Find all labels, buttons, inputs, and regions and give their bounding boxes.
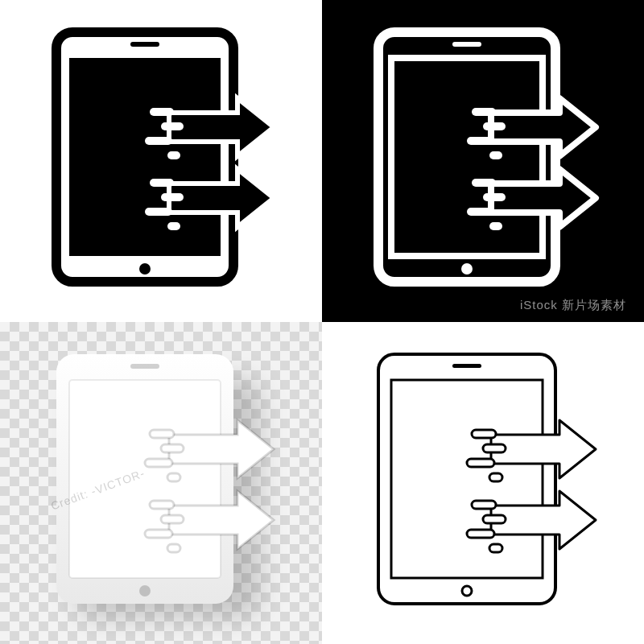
svg-rect-14 <box>452 42 481 47</box>
svg-rect-12 <box>378 32 555 282</box>
svg-rect-23 <box>489 222 502 230</box>
svg-rect-19 <box>489 151 502 159</box>
svg-point-27 <box>139 585 151 597</box>
svg-rect-36 <box>378 354 555 604</box>
svg-rect-41 <box>483 444 506 452</box>
svg-rect-34 <box>145 530 172 538</box>
svg-rect-28 <box>150 430 174 438</box>
svg-rect-29 <box>161 444 184 452</box>
tablet-data-transfer-icon <box>40 24 282 298</box>
svg-rect-4 <box>150 108 174 116</box>
svg-rect-44 <box>472 501 496 509</box>
svg-rect-35 <box>167 544 180 552</box>
svg-rect-30 <box>145 459 172 467</box>
svg-rect-40 <box>472 430 496 438</box>
tablet-data-transfer-icon <box>362 24 604 298</box>
svg-rect-6 <box>145 137 172 145</box>
svg-rect-16 <box>472 108 496 116</box>
svg-rect-25 <box>69 380 221 578</box>
svg-rect-38 <box>452 364 481 368</box>
svg-rect-20 <box>472 179 496 187</box>
svg-rect-8 <box>150 179 174 187</box>
svg-rect-11 <box>167 222 180 230</box>
tablet-data-transfer-icon <box>40 346 282 620</box>
svg-rect-7 <box>167 151 180 159</box>
svg-rect-5 <box>161 122 184 130</box>
svg-point-3 <box>139 263 151 275</box>
variant-outline-on-black: iStock 新片场素材 <box>322 0 644 322</box>
icon-variant-grid: iStock 新片场素材 <box>0 0 644 644</box>
svg-rect-47 <box>489 544 502 552</box>
tablet-data-transfer-icon <box>362 346 604 620</box>
svg-rect-31 <box>167 473 180 481</box>
svg-rect-1 <box>69 58 221 256</box>
svg-rect-18 <box>467 137 494 145</box>
svg-rect-22 <box>467 208 494 216</box>
svg-rect-45 <box>483 515 506 523</box>
svg-rect-21 <box>483 193 506 201</box>
variant-thin-outline-on-white <box>322 322 644 644</box>
svg-point-15 <box>461 263 473 275</box>
svg-rect-42 <box>467 459 494 467</box>
svg-rect-43 <box>489 473 502 481</box>
svg-rect-37 <box>391 380 543 578</box>
watermark-text: iStock 新片场素材 <box>520 298 626 313</box>
variant-white-on-transparent: Credit: -VICTOR- <box>0 322 322 644</box>
svg-rect-9 <box>161 193 184 201</box>
svg-rect-13 <box>391 58 543 256</box>
svg-rect-46 <box>467 530 494 538</box>
variant-solid-on-white <box>0 0 322 322</box>
svg-rect-17 <box>483 122 506 130</box>
svg-point-39 <box>462 586 472 596</box>
svg-rect-26 <box>130 364 159 369</box>
svg-rect-10 <box>145 208 172 216</box>
svg-rect-32 <box>150 501 174 509</box>
svg-rect-33 <box>161 515 184 523</box>
svg-rect-2 <box>130 42 159 47</box>
